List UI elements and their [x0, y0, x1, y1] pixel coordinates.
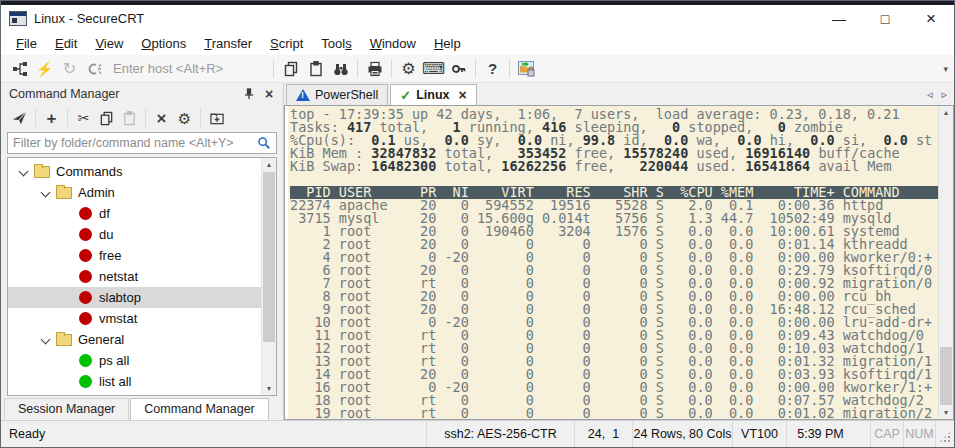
terminal-screen[interactable]: top - 17:39:35 up 42 days, 1:06, 7 users… — [288, 106, 938, 419]
close-button[interactable]: × — [908, 5, 954, 32]
grip-icon[interactable] — [938, 430, 952, 444]
copy-icon[interactable] — [95, 107, 118, 129]
tree-item-du[interactable]: du — [8, 224, 261, 245]
connect-sessions-icon[interactable] — [7, 57, 32, 81]
menu-item-script[interactable]: Script — [261, 32, 312, 55]
scroll-up-icon[interactable]: ▴ — [262, 158, 276, 171]
menu-item-transfer[interactable]: Transfer — [195, 32, 261, 55]
panel-close-icon[interactable]: × — [259, 85, 279, 103]
gear-icon[interactable]: ⚙ — [173, 107, 196, 129]
terminal-scrollbar[interactable]: ▴ ▾ — [938, 106, 953, 419]
tree-scrollbar[interactable]: ▴ ▾ — [261, 158, 276, 395]
add-command-icon[interactable]: + — [40, 107, 63, 129]
chevron-down-icon[interactable] — [38, 332, 54, 348]
menu-item-edit[interactable]: Edit — [46, 32, 86, 55]
tree-item-cal[interactable]: cal — [8, 392, 261, 395]
tab-close-icon[interactable]: × — [458, 88, 466, 102]
keyboard-icon[interactable]: ⌨ — [421, 57, 446, 81]
tree-item-general[interactable]: General — [8, 329, 261, 350]
chevron-placeholder — [60, 374, 76, 390]
status-terminal-size: 24 Rows, 80 Cols — [632, 421, 732, 447]
gear-icon[interactable]: ⚙ — [396, 57, 421, 81]
command-dot-icon — [79, 270, 92, 283]
help-icon[interactable]: ? — [480, 57, 505, 81]
chevron-down-icon[interactable] — [16, 164, 32, 180]
command-dot-icon — [79, 291, 92, 304]
chevron-placeholder — [60, 311, 76, 327]
panel-tab-command-manager[interactable]: Command Manager — [130, 398, 268, 420]
app-icon — [9, 11, 27, 26]
tree-item-list-all[interactable]: list all — [8, 371, 261, 392]
tree-item-commands[interactable]: Commands — [8, 161, 261, 182]
tab-powershell[interactable]: !PowerShell — [286, 84, 388, 105]
menu-item-window[interactable]: Window — [361, 32, 425, 55]
status-cursor-position: 24, 1 — [574, 421, 632, 447]
key-icon[interactable] — [446, 57, 471, 81]
main-area: Command Manager × + ✂ — [1, 83, 954, 420]
chevron-down-icon[interactable] — [38, 185, 54, 201]
folder-icon — [56, 187, 72, 199]
paste-icon[interactable] — [118, 107, 141, 129]
file-transfer-lock-icon[interactable] — [514, 57, 539, 81]
pin-icon[interactable] — [239, 85, 259, 103]
main-toolbar: ⚡ ↻ ⚙ ⌨ ? ▾ — [1, 55, 954, 83]
minimize-button[interactable]: — — [816, 5, 862, 32]
menu-item-options[interactable]: Options — [132, 32, 195, 55]
disconnect-icon[interactable] — [82, 57, 107, 81]
tab-label: PowerShell — [315, 88, 378, 102]
scrollbar-thumb[interactable] — [263, 172, 275, 342]
tree-item-df[interactable]: df — [8, 203, 261, 224]
scroll-down-icon[interactable]: ▾ — [262, 382, 276, 395]
warning-triangle-icon: ! — [296, 89, 310, 101]
panel-tabs: Session ManagerCommand Manager — [1, 396, 283, 420]
maximize-button[interactable]: □ — [862, 5, 908, 32]
copy-icon[interactable] — [278, 57, 303, 81]
paste-icon[interactable] — [303, 57, 328, 81]
tab-label: Linux — [416, 88, 449, 102]
toolbar-separator — [200, 109, 201, 127]
chevron-placeholder — [60, 248, 76, 264]
menu-item-view[interactable]: View — [86, 32, 132, 55]
chevron-placeholder — [60, 206, 76, 222]
tab-next-icon[interactable]: ▹ — [941, 88, 947, 101]
command-dot-icon — [79, 228, 92, 241]
menu-item-help[interactable]: Help — [425, 32, 470, 55]
toolbar-overflow-icon[interactable]: ▾ — [943, 64, 948, 74]
panel-tab-session-manager[interactable]: Session Manager — [4, 398, 129, 420]
delete-icon[interactable]: × — [150, 107, 173, 129]
menu-item-file[interactable]: File — [7, 32, 46, 55]
command-tree: CommandsAdmindfdufreenetstatslabtopvmsta… — [8, 158, 261, 395]
tree-item-admin[interactable]: Admin — [8, 182, 261, 203]
tree-item-label: slabtop — [99, 290, 141, 305]
tree-item-netstat[interactable]: netstat — [8, 266, 261, 287]
connected-check-icon: ✓ — [400, 89, 411, 102]
tree-item-free[interactable]: free — [8, 245, 261, 266]
menu-item-tools[interactable]: Tools — [312, 32, 360, 55]
tree-item-label: ps all — [99, 353, 129, 368]
tree-container: CommandsAdmindfdufreenetstatslabtopvmsta… — [7, 157, 277, 396]
host-input[interactable] — [111, 59, 261, 79]
find-binoculars-icon[interactable] — [328, 57, 353, 81]
reconnect-icon[interactable]: ↻ — [57, 57, 82, 81]
tree-item-ps-all[interactable]: ps all — [8, 350, 261, 371]
scroll-up-icon[interactable]: ▴ — [939, 106, 953, 119]
tree-item-vmstat[interactable]: vmstat — [8, 308, 261, 329]
title-bar[interactable]: Linux - SecureCRT — □ × — [1, 5, 954, 32]
filter-input[interactable] — [8, 135, 252, 151]
scroll-down-icon[interactable]: ▾ — [939, 406, 953, 419]
tree-item-label: Commands — [56, 164, 122, 179]
tab-prev-icon[interactable]: ◃ — [927, 88, 933, 101]
send-command-icon[interactable] — [8, 107, 31, 129]
panel-header: Command Manager × — [1, 83, 283, 105]
search-icon — [252, 136, 276, 150]
menu-bar: FileEditViewOptionsTransferScriptToolsWi… — [1, 32, 954, 55]
cut-icon[interactable]: ✂ — [72, 107, 95, 129]
new-folder-icon[interactable] — [205, 107, 228, 129]
print-icon[interactable] — [362, 57, 387, 81]
tree-item-slabtop[interactable]: slabtop — [8, 287, 261, 308]
quick-connect-icon[interactable]: ⚡ — [32, 57, 57, 81]
status-clock: 5:39 PM — [786, 421, 854, 447]
terminal-tabbar: !PowerShell✓Linux× ◃ ▹ — [284, 83, 954, 105]
scrollbar-thumb[interactable] — [940, 347, 952, 405]
tab-linux[interactable]: ✓Linux× — [390, 84, 476, 105]
